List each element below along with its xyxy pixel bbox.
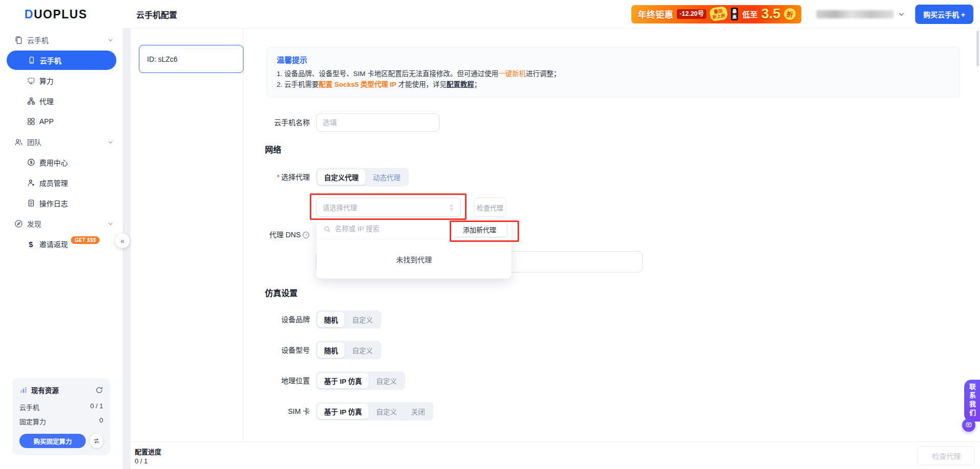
page-title: 云手机配置 — [136, 8, 177, 20]
tab-custom[interactable]: 自定义 — [346, 312, 380, 327]
proxy-choice-label: *选择代理 — [243, 172, 310, 182]
promo-stack-badge: 叠加 折上折 — [709, 6, 728, 22]
phone-name-input[interactable] — [316, 113, 439, 132]
geolocation-tabs: 基于 IP 仿真 自定义 — [316, 372, 405, 390]
tab-random[interactable]: 随机 — [317, 312, 345, 327]
top-header: 云手机配置 年终钜惠 -12.20号 叠加 折上折 最 高 低至 3.5 折 — [122, 0, 980, 29]
sidebar-item-proxy[interactable]: 代理 — [0, 91, 122, 111]
resource-row-label: 云手机 — [19, 402, 39, 412]
sidebar-item-label: 操作日志 — [39, 198, 68, 208]
sidebar-nav: 云手机 云手机 算力 代理 — [0, 29, 122, 254]
app-root: DUOPLUS 云手机 云手机 — [0, 0, 980, 469]
device-model-tabs: 随机 自定义 — [316, 341, 381, 359]
sidebar-item-label: 成员管理 — [39, 178, 68, 188]
tab-custom[interactable]: 自定义 — [346, 342, 380, 358]
resource-row-cloud-phone: 云手机 0 / 1 — [19, 402, 103, 412]
tab-random[interactable]: 随机 — [317, 342, 345, 358]
chevron-down-icon — [108, 37, 113, 43]
sidebar-item-logs[interactable]: 操作日志 — [0, 193, 122, 213]
tab-custom[interactable]: 自定义 — [370, 404, 404, 419]
device-list-column: ID: sLZc6 — [131, 29, 243, 441]
network-section-heading: 网络 — [265, 143, 281, 155]
device-id-card[interactable]: ID: sLZc6 — [139, 45, 243, 73]
scrollbar-thumb[interactable] — [976, 31, 979, 66]
sidebar-collapse-button[interactable]: « — [115, 234, 130, 248]
notice-box: 温馨提示 1. 设备品牌、设备型号、SIM 卡地区配置后无法直接修改。但可通过使… — [267, 47, 960, 97]
resource-row-value: 0 — [100, 416, 103, 426]
tab-off[interactable]: 关闭 — [405, 404, 432, 419]
phone-icon — [27, 56, 36, 65]
sidebar-group-team[interactable]: 团队 — [0, 132, 122, 152]
account-menu[interactable] — [816, 10, 904, 18]
tab-ip-based[interactable]: 基于 IP 仿真 — [317, 373, 369, 388]
sidebar-item-label: 云手机 — [40, 55, 61, 65]
device-model-label: 设备型号 — [243, 345, 310, 355]
promo-low-to: 低至 — [742, 9, 757, 19]
contact-us-tab[interactable]: 联系我们 — [964, 380, 980, 422]
proxy-select[interactable]: 请选择代理 — [316, 198, 461, 217]
tab-custom-proxy[interactable]: 自定义代理 — [317, 169, 365, 185]
member-icon — [27, 179, 35, 187]
sidebar-item-cloud-phone-active[interactable]: 云手机 — [7, 51, 116, 70]
network-nodes-icon — [27, 97, 35, 106]
emulation-section-heading: 仿真设置 — [265, 286, 298, 299]
phone-name-label: 云手机名称 — [243, 117, 310, 128]
search-icon — [324, 226, 331, 233]
sidebar-group-discover[interactable]: 发现 — [0, 213, 122, 234]
sidebar-item-app[interactable]: APP — [0, 111, 122, 132]
sidebar-item-referral[interactable]: $ 邀请返现 GET $$$ — [0, 234, 122, 254]
footer-bar: 配置进度 0 / 1 检查代理 — [131, 441, 980, 469]
people-icon — [14, 138, 23, 146]
sidebar: DUOPLUS 云手机 云手机 — [0, 0, 122, 469]
proxy-dns-label: 代理 DNS ? — [243, 230, 310, 240]
chat-bubble-icon[interactable] — [962, 418, 975, 432]
notice-line-2: 2. 云手机需要配置 Socks5 类型代理 IP 才能使用，详见配置教程； — [277, 79, 950, 90]
monitor-icon — [27, 77, 35, 85]
tab-ip-based[interactable]: 基于 IP 仿真 — [317, 404, 369, 419]
notice-line-1: 1. 设备品牌、设备型号、SIM 卡地区配置后无法直接修改。但可通过使用一键新机… — [277, 68, 950, 79]
sim-card-label: SIM 卡 — [243, 406, 310, 416]
swap-icon[interactable] — [90, 434, 103, 448]
resource-panel-title: 现有资源 — [31, 385, 59, 395]
svg-text:?: ? — [305, 233, 307, 237]
proxy-search-input[interactable] — [335, 225, 427, 233]
config-panel: ID: sLZc6 温馨提示 1. 设备品牌、设备型号、SIM 卡地区配置后无法… — [131, 29, 980, 469]
sidebar-item-label: 算力 — [39, 76, 54, 86]
sidebar-group-label: 团队 — [27, 137, 41, 147]
dollar-circle-icon: $ — [27, 158, 35, 167]
config-tutorial-link[interactable]: 配置教程 — [447, 81, 474, 88]
grid-icon — [27, 117, 35, 126]
dollar-icon: $ — [27, 240, 35, 249]
brand-logo-text: DUOPLUS — [24, 8, 87, 21]
sim-card-tabs: 基于 IP 仿真 自定义 关闭 — [316, 402, 433, 421]
sidebar-item-computing[interactable]: 算力 — [0, 70, 122, 91]
buy-cloud-phone-button[interactable]: 购买云手机 + — [915, 5, 973, 24]
resource-row-value: 0 / 1 — [90, 402, 103, 412]
content-area: ID: sLZc6 温馨提示 1. 设备品牌、设备型号、SIM 卡地区配置后无法… — [122, 29, 980, 469]
chevron-down-icon — [108, 221, 113, 227]
check-proxy-button-footer[interactable]: 检查代理 — [918, 446, 975, 465]
tab-custom[interactable]: 自定义 — [370, 373, 404, 388]
compass-icon — [14, 219, 23, 228]
add-new-proxy-button[interactable]: 添加新代理 — [452, 221, 507, 237]
sidebar-item-label: 邀请返现 — [39, 239, 68, 249]
sidebar-item-billing[interactable]: $ 费用中心 — [0, 152, 122, 172]
sidebar-item-label: 代理 — [39, 96, 54, 106]
notice-title: 温馨提示 — [277, 54, 950, 65]
main-column: 云手机配置 年终钜惠 -12.20号 叠加 折上折 最 高 低至 3.5 折 — [122, 0, 980, 469]
refresh-icon[interactable] — [95, 386, 103, 394]
tab-dynamic-proxy[interactable]: 动态代理 — [366, 169, 407, 185]
sidebar-group-label: 云手机 — [27, 35, 48, 45]
one-key-new-device-link[interactable]: 一键新机 — [498, 70, 526, 78]
buy-fixed-computing-button[interactable]: 购买固定算力 — [19, 434, 86, 448]
svg-text:$: $ — [30, 160, 32, 165]
promo-banner[interactable]: 年终钜惠 -12.20号 叠加 折上折 最 高 低至 3.5 折 — [631, 5, 801, 23]
promo-headline: 年终钜惠 — [638, 8, 673, 20]
check-proxy-button-top[interactable]: 检查代理 — [474, 198, 506, 217]
select-arrows-icon — [449, 204, 454, 211]
sidebar-item-label: APP — [39, 117, 54, 126]
sidebar-item-members[interactable]: 成员管理 — [0, 172, 122, 193]
help-icon[interactable]: ? — [302, 231, 310, 239]
sidebar-group-cloud-phone[interactable]: 云手机 — [0, 30, 122, 50]
promo-discount-unit: 折 — [783, 8, 796, 21]
